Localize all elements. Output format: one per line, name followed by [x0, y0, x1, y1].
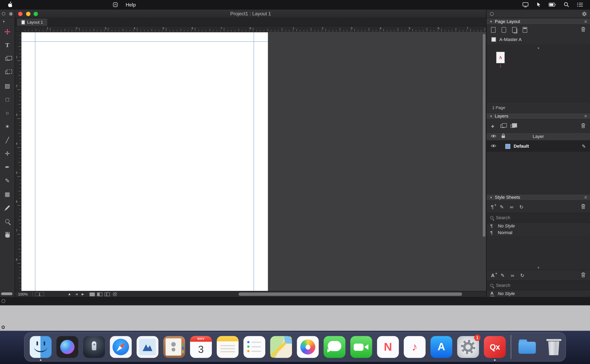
canvas[interactable] — [21, 32, 486, 291]
page-thumbnail[interactable]: A — [496, 52, 505, 63]
applescript-menu-icon[interactable] — [109, 2, 121, 7]
measurements-palette[interactable]: ✿ — [0, 305, 590, 331]
pan-tool[interactable] — [0, 228, 15, 241]
menu-list-icon[interactable] — [577, 2, 583, 7]
layer-row-default[interactable]: Default ✎ — [486, 141, 590, 152]
dock-launchpad[interactable] — [83, 336, 105, 358]
new-paragraph-style-icon[interactable]: ¶+ — [491, 204, 494, 209]
dock-safari[interactable] — [110, 336, 132, 358]
palette-menu-icon[interactable]: ≡ — [584, 19, 587, 24]
delete-style-icon[interactable] — [581, 204, 585, 210]
delete-page-icon[interactable] — [581, 26, 585, 33]
layer-visibility-eye-icon[interactable] — [491, 144, 496, 149]
item-tool[interactable] — [0, 25, 15, 38]
zoom-tool[interactable] — [0, 214, 15, 228]
duplicate-page-icon[interactable] — [512, 27, 517, 32]
merge-layers-icon[interactable] — [510, 124, 515, 128]
palette-close-icon[interactable] — [490, 12, 494, 16]
dock-mail[interactable] — [137, 336, 159, 358]
palette-close-icon[interactable] — [2, 12, 5, 16]
dock-sysprefs[interactable]: 1 — [457, 336, 479, 358]
text-content-tool[interactable]: T — [0, 38, 15, 52]
spotlight-icon[interactable] — [564, 2, 569, 7]
paragraph-style-search-field[interactable]: Search — [486, 213, 590, 222]
refresh-style-icon[interactable]: ↻ — [519, 204, 523, 209]
new-character-style-icon[interactable]: A+ — [491, 273, 495, 278]
page-popup-icon[interactable]: ▲ — [68, 292, 71, 296]
close-button[interactable] — [18, 12, 22, 16]
paragraph-style-normal[interactable]: ¶ Normal — [486, 229, 590, 236]
dock-photos[interactable] — [297, 336, 319, 358]
duplicate-layer-icon[interactable] — [500, 124, 504, 128]
page[interactable] — [21, 32, 268, 291]
screen-mirroring-icon[interactable] — [522, 2, 529, 7]
page-number-field[interactable]: 1 — [35, 292, 44, 296]
battery-icon[interactable] — [549, 2, 556, 6]
delete-style-icon[interactable] — [581, 272, 585, 279]
dock-messages[interactable] — [324, 336, 345, 358]
dock-notes[interactable] — [217, 336, 239, 358]
dock-reminders[interactable] — [243, 336, 265, 358]
dock-music[interactable]: ♪ — [404, 336, 426, 358]
update-style-chain-icon[interactable]: ∞ — [511, 273, 514, 278]
window-title-bar[interactable]: Project1 : Layout 1 — [15, 10, 486, 18]
character-style-search-field[interactable]: Search — [486, 280, 590, 290]
tab-layout-1[interactable]: Layout 1 — [17, 18, 48, 26]
palette-gear-icon[interactable] — [9, 12, 13, 16]
character-style-no-style[interactable]: A No Style — [486, 290, 590, 297]
dock-trash[interactable] — [543, 336, 564, 358]
page-layout-palette-header[interactable]: ▼ Page Layout ≡ — [486, 18, 590, 25]
minimize-button[interactable] — [26, 12, 30, 16]
settings-flower-icon[interactable]: ✿ — [1, 325, 5, 330]
edit-style-pencil-icon[interactable]: ✎ — [500, 204, 504, 209]
line-tool[interactable]: ╱ — [0, 133, 15, 147]
starburst-tool[interactable]: ✶ — [0, 120, 15, 133]
rectangle-box-tool[interactable]: □ — [0, 92, 15, 106]
oval-box-tool[interactable]: ○ — [0, 106, 15, 120]
picture-content-tool[interactable]: ▨ — [0, 79, 15, 92]
eyedropper-tool[interactable] — [0, 201, 15, 214]
master-page-row[interactable]: A-Master A — [486, 34, 590, 44]
dock-finder[interactable] — [30, 336, 52, 358]
insert-facing-page-icon[interactable] — [502, 27, 506, 32]
palette-menu-icon[interactable]: ≡ — [584, 114, 587, 119]
dock-contacts[interactable] — [163, 336, 185, 358]
horizontal-scrollbar[interactable] — [239, 292, 462, 296]
page-view-icon[interactable] — [90, 292, 95, 296]
horizontal-ruler[interactable]: 123456781234567 — [21, 26, 486, 32]
dock-maps[interactable] — [270, 336, 292, 358]
refresh-style-icon[interactable]: ↻ — [520, 273, 524, 278]
zoom-button[interactable] — [33, 12, 38, 16]
split-view-icon[interactable] — [105, 292, 110, 296]
style-sheets-palette-header[interactable]: ▼ Style Sheets ≡ — [486, 194, 590, 201]
palette-close-icon[interactable] — [1, 299, 5, 303]
next-page-icon[interactable]: ▶ — [82, 292, 84, 296]
dock-appstore[interactable]: A — [431, 336, 452, 358]
dock-quark[interactable]: Qx — [484, 336, 506, 358]
dock-facetime[interactable] — [350, 336, 372, 358]
dock-separator[interactable] — [510, 335, 511, 359]
palette-resize-handle[interactable] — [537, 267, 539, 268]
insert-single-page-icon[interactable] — [491, 27, 496, 32]
zoom-level[interactable]: 100% — [18, 292, 28, 296]
point-selection-tool[interactable]: ✛ — [0, 147, 15, 160]
palette-menu-icon[interactable]: ≡ — [584, 195, 587, 200]
previous-page-icon[interactable]: ◀ — [75, 292, 77, 296]
new-layer-icon[interactable]: + — [491, 123, 494, 129]
layers-palette-header[interactable]: ▼ Layers ≡ — [486, 113, 590, 119]
text-linking-tool[interactable] — [0, 52, 15, 65]
dock-siri[interactable] — [56, 336, 78, 358]
pointer-icon[interactable] — [536, 2, 541, 7]
dock-calendar[interactable]: NOV 3 — [190, 336, 212, 358]
tools-scroll-indicator[interactable] — [1, 292, 13, 295]
split-window-icon[interactable] — [113, 292, 117, 296]
paragraph-style-no-style[interactable]: ¶ No Style — [486, 223, 590, 229]
bezier-pen-tool[interactable]: ✒ — [0, 160, 15, 174]
update-style-chain-icon[interactable]: ∞ — [510, 204, 513, 209]
master-page-icon[interactable] — [523, 27, 527, 32]
menu-help[interactable]: Help — [121, 2, 140, 7]
dock-news[interactable]: N — [377, 336, 399, 358]
palette-gear-icon[interactable] — [582, 12, 587, 16]
vertical-ruler[interactable]: 12345678 — [15, 32, 21, 291]
apple-menu-icon[interactable] — [4, 1, 18, 8]
